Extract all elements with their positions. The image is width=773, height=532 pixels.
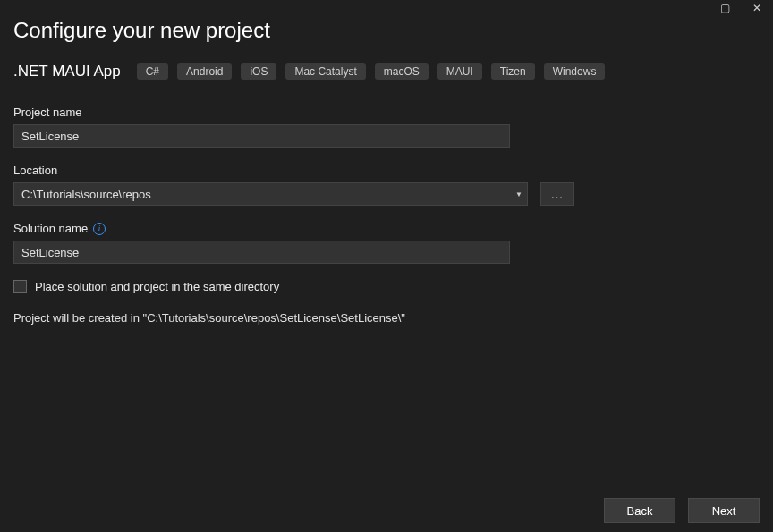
same-directory-row: Place solution and project in the same d…	[13, 280, 760, 293]
location-input[interactable]	[13, 182, 528, 206]
footer: Back Next	[604, 498, 760, 523]
next-button[interactable]: Next	[688, 498, 760, 523]
solution-name-input[interactable]	[13, 241, 510, 264]
tag: Tizen	[491, 63, 535, 80]
tag: Android	[177, 63, 232, 80]
project-name-input[interactable]	[13, 124, 510, 148]
location-dropdown-wrapper: ▼	[13, 182, 528, 206]
same-directory-checkbox[interactable]	[13, 280, 27, 293]
tag: Mac Catalyst	[285, 63, 365, 80]
template-row: .NET MAUI App C# Android iOS Mac Catalys…	[13, 63, 760, 80]
title-bar-controls: ▢ ✕	[709, 0, 773, 16]
tag: C#	[137, 63, 168, 80]
solution-name-group: Solution name i	[13, 222, 760, 264]
same-directory-label: Place solution and project in the same d…	[35, 280, 279, 293]
tag: macOS	[375, 63, 429, 80]
maximize-button[interactable]: ▢	[709, 0, 741, 16]
tag: iOS	[241, 63, 276, 80]
close-button[interactable]: ✕	[741, 0, 773, 16]
solution-name-label: Solution name	[13, 222, 88, 235]
info-icon[interactable]: i	[93, 223, 106, 235]
back-button[interactable]: Back	[604, 498, 675, 523]
path-preview: Project will be created in "C:\Tutorials…	[13, 311, 760, 325]
project-name-group: Project name	[13, 106, 760, 148]
tags-container: C# Android iOS Mac Catalyst macOS MAUI T…	[137, 63, 606, 80]
close-icon: ✕	[752, 2, 761, 14]
maximize-icon: ▢	[720, 2, 730, 14]
page-title: Configure your new project	[13, 18, 760, 43]
template-name: .NET MAUI App	[13, 63, 121, 80]
solution-name-label-row: Solution name i	[13, 222, 760, 235]
location-row: ▼ ...	[13, 182, 760, 206]
tag: MAUI	[437, 63, 482, 80]
project-name-label: Project name	[13, 106, 760, 119]
location-label: Location	[13, 164, 760, 177]
location-group: Location ▼ ...	[13, 164, 760, 206]
tag: Windows	[544, 63, 606, 80]
main-content: Configure your new project .NET MAUI App…	[0, 0, 773, 325]
browse-button[interactable]: ...	[540, 182, 574, 206]
